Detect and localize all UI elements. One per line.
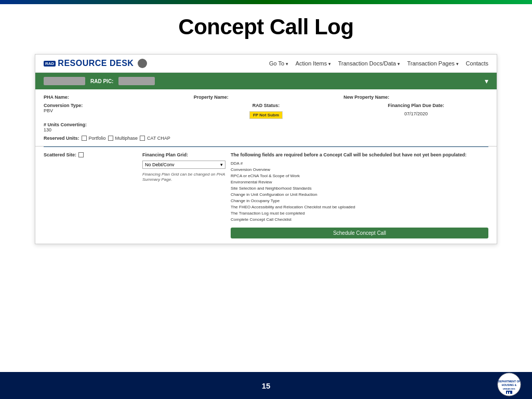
pha-label: PHA Name: xyxy=(44,95,189,100)
conversion-type-field: Conversion Type: PBV xyxy=(44,103,189,119)
pha-name-field: PHA Name: xyxy=(44,95,189,100)
svg-rect-6 xyxy=(509,392,510,394)
scattered-checkbox[interactable] xyxy=(78,152,84,157)
svg-rect-5 xyxy=(507,392,508,394)
units-converting-field: # Units Converting: 130 xyxy=(44,122,189,132)
req-item-transaction-log: The Transaction Log must be completed xyxy=(231,211,488,216)
chevron-down-icon[interactable]: ▾ xyxy=(485,77,488,85)
req-item-dda: DDA # xyxy=(231,161,488,166)
req-item-site: Site Selection and Neighborhood Standard… xyxy=(231,186,488,191)
logo-area: RAD RESOURCE DESK xyxy=(44,59,147,68)
rad-pic-area: RAD PIC: xyxy=(44,77,155,85)
svg-text:HOUSING &: HOUSING & xyxy=(502,383,517,387)
requirements-col: The following fields are required before… xyxy=(231,152,488,238)
nav-links: Go To Action Items Transaction Docs/Data… xyxy=(269,60,488,66)
req-item-conversion: Conversion Overview xyxy=(231,167,488,172)
property-name-field: Property Name: xyxy=(194,95,339,100)
page-number: 15 xyxy=(262,381,271,390)
fp-grid-dropdown[interactable]: No Debt/Conv ▾ xyxy=(142,161,225,169)
rad-status-badge: FP Not Subm xyxy=(249,111,283,119)
globe-icon xyxy=(138,59,147,68)
financing-plan-value: 07/17/2020 xyxy=(404,111,428,116)
screenshot-container: RAD RESOURCE DESK Go To Action Items Tra… xyxy=(35,54,497,244)
conversion-value: PBV xyxy=(44,108,189,113)
reserved-units-row: Reserved Units: Portfolio Multiphase CAT… xyxy=(44,136,488,141)
contacts-link[interactable]: Contacts xyxy=(466,60,488,66)
req-item-checklist: Complete Concept Call Checklist xyxy=(231,217,488,222)
catchap-checkbox[interactable] xyxy=(140,136,145,141)
schedule-concept-call-button[interactable]: Schedule Concept Call xyxy=(231,228,488,238)
rad-status-field: RAD Status: FP Not Subm xyxy=(194,103,339,119)
req-item-unit-config: Change in Unit Configuration or Unit Red… xyxy=(231,192,488,197)
units-value: 130 xyxy=(44,127,189,132)
fp-dropdown-arrow: ▾ xyxy=(220,162,223,167)
fp-grid-label: Financing Plan Grid: xyxy=(142,152,225,157)
logo-text: RESOURCE DESK xyxy=(58,59,134,68)
action-items-link[interactable]: Action Items xyxy=(296,60,331,66)
scattered-site-label: Scattered Site: xyxy=(44,152,137,157)
portfolio-label: Portfolio xyxy=(89,136,106,141)
page-title: Concept Call Log xyxy=(21,15,511,39)
property-label: Property Name: xyxy=(194,95,339,100)
portfolio-checkbox[interactable] xyxy=(82,136,87,141)
top-gradient-bar xyxy=(0,0,532,4)
redacted-block-2 xyxy=(118,77,155,85)
redacted-block-1 xyxy=(44,77,85,85)
scattered-site-col: Scattered Site: xyxy=(44,152,137,238)
units-label: # Units Converting: xyxy=(44,122,189,127)
bottom-bar: 15 DEPARTMENT OF HOUSING & URBAN DEV. xyxy=(0,372,532,399)
green-header-bar: RAD PIC: ▾ xyxy=(35,73,497,89)
financing-plan-label: Financing Plan Due Date: xyxy=(388,103,444,108)
financing-plan-date-field: Financing Plan Due Date: 07/17/2020 xyxy=(343,103,488,119)
new-property-label: New Property Name: xyxy=(343,95,488,100)
multiphase-label: Multiphase xyxy=(115,136,138,141)
req-header: The following fields are required before… xyxy=(231,152,488,158)
bottom-section: Scattered Site: Financing Plan Grid: No … xyxy=(35,147,497,244)
rad-status-label: RAD Status: xyxy=(252,103,280,108)
transaction-pages-link[interactable]: Transaction Pages xyxy=(407,60,459,66)
info-grid: PHA Name: Property Name: New Property Na… xyxy=(35,89,497,147)
catchap-label: CAT CHAP xyxy=(147,136,170,141)
conversion-label: Conversion Type: xyxy=(44,103,189,108)
rad-pic-label: RAD PIC: xyxy=(90,78,113,84)
new-property-name-field: New Property Name: xyxy=(343,95,488,100)
transaction-docs-link[interactable]: Transaction Docs/Data xyxy=(338,60,400,66)
goto-link[interactable]: Go To xyxy=(269,60,288,66)
svg-text:DEPARTMENT OF: DEPARTMENT OF xyxy=(498,380,521,383)
hud-logo: DEPARTMENT OF HOUSING & URBAN DEV. xyxy=(497,372,522,397)
req-item-env: Environmental Review xyxy=(231,180,488,184)
svg-text:URBAN DEV.: URBAN DEV. xyxy=(503,388,516,390)
nav-bar: RAD RESOURCE DESK Go To Action Items Tra… xyxy=(35,55,497,73)
main-content: Concept Call Log RAD RESOURCE DESK Go To… xyxy=(0,4,532,255)
reserved-label: Reserved Units: xyxy=(44,136,79,141)
multiphase-checkbox[interactable] xyxy=(108,136,113,141)
req-item-occupancy: Change in Occupany Type xyxy=(231,198,488,203)
req-item-rpca: RPCA or eCNA Tool & Scope of Work xyxy=(231,174,488,178)
rad-badge: RAD xyxy=(44,61,56,66)
fp-dropdown-value: No Debt/Conv xyxy=(145,162,175,167)
financing-plan-grid-col: Financing Plan Grid: No Debt/Conv ▾ Fina… xyxy=(142,152,225,238)
req-item-fheo: The FHEO Accessibility and Relocation Ch… xyxy=(231,205,488,209)
fp-grid-note: Financing Plan Grid can be changed on PH… xyxy=(142,172,225,183)
